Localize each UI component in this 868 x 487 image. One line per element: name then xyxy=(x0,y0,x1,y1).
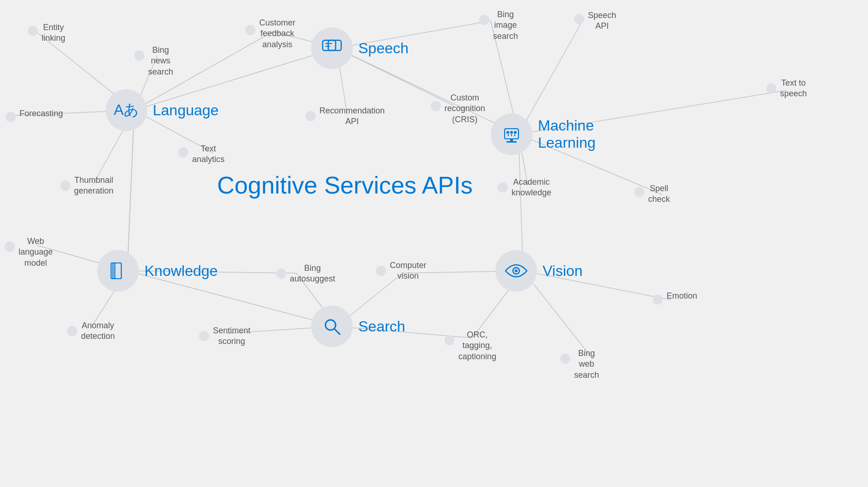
vision-circle xyxy=(495,250,537,292)
ml-label: Machine Learning xyxy=(538,117,596,151)
custom-recognition-label: Custom recognition (CRIS) xyxy=(444,93,485,125)
svg-rect-47 xyxy=(115,263,121,279)
svg-point-39 xyxy=(514,131,517,134)
speech-icon xyxy=(322,39,342,57)
svg-rect-41 xyxy=(506,141,517,143)
spell-check-label: Spell check xyxy=(648,183,670,205)
ml-icon xyxy=(501,125,522,144)
node-speech: Speech xyxy=(311,27,409,69)
svg-rect-40 xyxy=(510,139,513,141)
language-circle: Aあ xyxy=(106,89,147,131)
thumbnail-generation-label: Thumbnail generation xyxy=(74,175,113,197)
node-knowledge: Knowledge xyxy=(97,250,218,292)
svg-line-7 xyxy=(127,110,134,271)
search-icon xyxy=(322,317,342,336)
speech-circle xyxy=(311,27,353,69)
bing-web-search-label: Bing web search xyxy=(574,348,599,381)
emotion-label: Emotion xyxy=(667,291,697,301)
svg-line-21 xyxy=(127,110,134,271)
bing-autosuggest-label: Bing autosuggest xyxy=(290,263,335,285)
bing-news-label: Bing news search xyxy=(148,45,173,77)
search-circle xyxy=(311,306,353,347)
recommendation-api-label: Recommendation API xyxy=(319,106,385,127)
vision-icon xyxy=(505,263,528,279)
knowledge-label: Knowledge xyxy=(144,262,218,280)
forecasting-label: Forecasting xyxy=(19,108,63,119)
web-language-model-label: Web language model xyxy=(19,236,53,268)
computer-vision-label: Computer vision xyxy=(390,260,426,282)
language-icon: Aあ xyxy=(114,100,139,120)
svg-rect-33 xyxy=(328,40,341,50)
text-analytics-label: Text analytics xyxy=(192,144,225,165)
knowledge-icon xyxy=(108,261,128,281)
text-to-speech-label: Text to speech xyxy=(780,78,807,100)
vision-label: Vision xyxy=(543,262,583,280)
anomaly-detection-label: Anomaly detection xyxy=(81,320,115,342)
entity-linking-label: Entity linking xyxy=(42,22,65,44)
search-label: Search xyxy=(358,318,405,335)
node-machine-learning: Machine Learning xyxy=(491,113,596,155)
sentiment-scoring-label: Sentiment scoring xyxy=(213,325,250,347)
node-language: Aあ Language xyxy=(106,89,219,131)
speech-label: Speech xyxy=(358,40,409,57)
ocr-tagging-label: ORC, tagging, captioning xyxy=(458,330,496,362)
main-title: Cognitive Services APIs xyxy=(194,171,495,199)
speech-api-label: Speech API xyxy=(588,10,616,32)
svg-point-37 xyxy=(506,131,509,134)
svg-point-51 xyxy=(515,269,518,272)
customer-feedback-label: Customer feedback analysis xyxy=(259,18,295,50)
language-label: Language xyxy=(153,102,219,119)
bing-image-label: Bing image search xyxy=(493,9,518,42)
connection-lines xyxy=(0,0,868,487)
svg-rect-32 xyxy=(323,40,336,50)
ml-circle xyxy=(491,113,532,155)
svg-point-38 xyxy=(510,131,513,134)
knowledge-circle xyxy=(97,250,139,292)
node-vision: Vision xyxy=(495,250,583,292)
academic-knowledge-label: Academic knowledge xyxy=(512,177,551,199)
node-search: Search xyxy=(311,306,405,347)
svg-line-49 xyxy=(334,329,340,334)
